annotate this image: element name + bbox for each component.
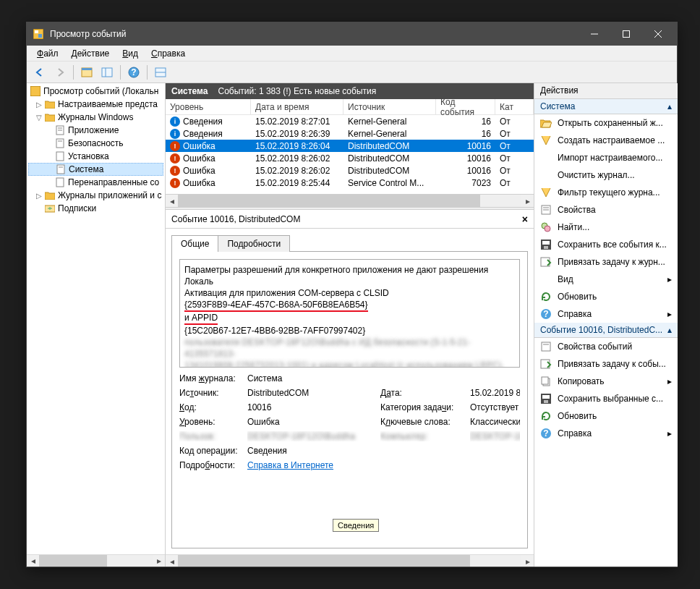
action-item[interactable]: Фильтр текущего журна... [534, 184, 678, 201]
collapse-icon[interactable]: ▴ [667, 325, 672, 335]
svg-text:?: ? [131, 67, 136, 77]
tree-custom-views[interactable]: ▷ Настраиваемые предста [28, 98, 163, 111]
tree-application[interactable]: Приложение [28, 124, 163, 137]
scrollbar-thumb[interactable] [178, 555, 470, 567]
col-id[interactable]: Код события [436, 99, 495, 114]
menu-action[interactable]: Действие [66, 47, 116, 60]
close-button[interactable] [642, 23, 674, 45]
svg-rect-33 [544, 246, 548, 249]
action-item[interactable]: Найти... [534, 219, 678, 236]
action-icon [540, 393, 552, 404]
expand-icon[interactable]: ▷ [34, 192, 44, 200]
actions-pane: Действия Система ▴ Открыть сохраненный ж… [534, 83, 678, 567]
log-icon [55, 164, 67, 175]
action-icon [540, 256, 552, 268]
event-row[interactable]: !Ошибка15.02.2019 8:26:04DistributedCOM1… [166, 140, 534, 152]
folder-icon [44, 98, 56, 110]
event-message: Параметры разрешений для конкретного при… [179, 259, 520, 368]
tree-setup[interactable]: Установка [28, 150, 163, 163]
action-item[interactable]: Открыть сохраненный ж... [534, 114, 678, 132]
action-icon [540, 152, 552, 164]
action-item[interactable]: Вид▸ [534, 271, 678, 288]
scroll-left-icon[interactable]: ◂ [166, 555, 178, 567]
scrollbar-thumb[interactable] [178, 195, 480, 207]
error-icon: ! [170, 153, 180, 164]
action-item[interactable]: Сохранить все события к... [534, 236, 678, 253]
actions-group-event[interactable]: Событие 10016, DistributedC... ▴ [534, 323, 678, 338]
menu-help[interactable]: Справка [145, 47, 191, 60]
expand-icon[interactable]: ▷ [34, 101, 44, 109]
action-item[interactable]: ?Справка▸ [534, 305, 678, 323]
action-item[interactable]: Создать настраиваемое ... [534, 132, 678, 149]
tree-subscriptions[interactable]: Подписки [28, 202, 163, 215]
detail-hscroll[interactable]: ◂ ▸ [166, 554, 534, 567]
scrollbar-thumb[interactable] [39, 555, 107, 567]
tree-system[interactable]: Система [28, 163, 163, 176]
col-cat[interactable]: Кат [495, 99, 534, 114]
scroll-left-icon[interactable]: ◂ [27, 555, 39, 567]
action-item[interactable]: Копировать▸ [534, 373, 678, 390]
action-icon [540, 239, 552, 250]
properties-button[interactable] [98, 64, 116, 81]
minimize-button[interactable] [579, 23, 610, 45]
log-icon [54, 137, 66, 149]
detail-title: Событие 10016, DistributedCOM [171, 214, 300, 224]
list-hscroll[interactable]: ◂ ▸ [166, 195, 534, 207]
actions-group-system[interactable]: Система ▴ [534, 99, 678, 114]
scroll-right-icon[interactable]: ▸ [521, 555, 534, 567]
tree-forwarded[interactable]: Перенаправленные со [28, 176, 163, 189]
help-button[interactable]: ? [125, 64, 142, 81]
tree-root[interactable]: Просмотр событий (Локальн [28, 85, 163, 98]
event-row[interactable]: !Ошибка15.02.2019 8:26:02DistributedCOM1… [166, 152, 534, 164]
action-item[interactable]: Привязать задачу к собы... [534, 355, 678, 373]
scroll-right-icon[interactable]: ▸ [153, 555, 165, 567]
action-item[interactable]: Обновить [534, 407, 678, 425]
tree-hscroll[interactable]: ◂ ▸ [27, 554, 165, 567]
tree-app-services[interactable]: ▷ Журналы приложений и с [28, 189, 163, 202]
collapse-icon[interactable]: ▴ [667, 101, 672, 111]
menu-view[interactable]: Вид [116, 47, 144, 60]
col-level[interactable]: Уровень [166, 99, 251, 114]
action-icon [540, 274, 552, 285]
info-icon: i [170, 129, 180, 139]
svg-rect-1 [35, 30, 38, 33]
svg-rect-24 [56, 178, 64, 187]
event-row[interactable]: iСведения15.02.2019 8:27:01Kernel-Genera… [166, 115, 534, 127]
online-help-link[interactable]: Справка в Интернете [247, 460, 333, 470]
menu-file[interactable]: Файл [31, 47, 64, 60]
maximize-button[interactable] [610, 23, 642, 45]
tab-details[interactable]: Подробности [218, 235, 290, 252]
svg-rect-2 [38, 34, 42, 38]
back-button[interactable] [31, 64, 48, 81]
col-source[interactable]: Источник [343, 99, 436, 114]
action-item[interactable]: Свойства [534, 201, 678, 219]
event-row[interactable]: !Ошибка15.02.2019 8:26:02DistributedCOM1… [166, 164, 534, 177]
log-icon [54, 124, 66, 136]
error-icon: ! [170, 166, 180, 176]
col-date[interactable]: Дата и время [251, 99, 343, 114]
toggle-preview-button[interactable] [152, 64, 169, 81]
collapse-icon[interactable]: ▽ [34, 114, 44, 122]
action-icon [540, 204, 552, 216]
event-list[interactable]: iСведения15.02.2019 8:27:01Kernel-Genera… [166, 115, 534, 195]
action-item[interactable]: Обновить [534, 288, 678, 305]
action-item[interactable]: ?Справка▸ [534, 425, 678, 442]
svg-rect-9 [102, 68, 112, 77]
show-hide-tree-button[interactable] [78, 64, 95, 81]
forward-button[interactable] [51, 64, 69, 81]
action-item[interactable]: Импорт настраиваемого... [534, 149, 678, 166]
tree-security[interactable]: Безопасность [28, 137, 163, 150]
event-row[interactable]: iСведения15.02.2019 8:26:39Kernel-Genera… [166, 127, 534, 140]
close-detail-button[interactable]: × [522, 213, 528, 225]
action-item[interactable]: Свойства событий [534, 338, 678, 355]
event-properties: Имя журнала:Система Источник:Distributed… [179, 373, 520, 470]
scroll-left-icon[interactable]: ◂ [166, 195, 178, 207]
event-row[interactable]: !Ошибка15.02.2019 8:25:44Service Control… [166, 177, 534, 189]
action-item[interactable]: Привязать задачу к журн... [534, 253, 678, 271]
action-icon [540, 358, 552, 370]
action-item[interactable]: Сохранить выбранные с... [534, 390, 678, 407]
action-item[interactable]: Очистить журнал... [534, 166, 678, 184]
tab-general[interactable]: Общие [171, 235, 218, 252]
scroll-right-icon[interactable]: ▸ [521, 195, 534, 207]
tree-windows-logs[interactable]: ▽ Журналы Windows [28, 111, 163, 124]
